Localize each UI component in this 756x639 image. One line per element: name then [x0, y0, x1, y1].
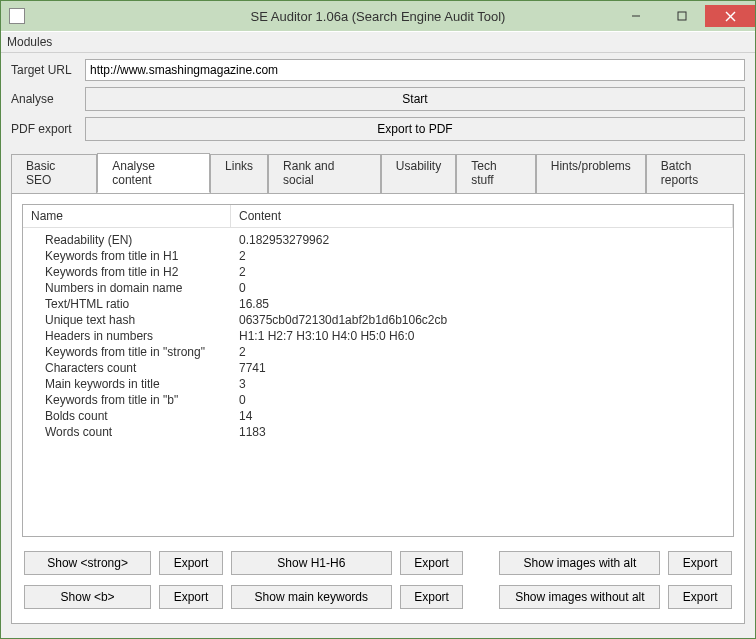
cell-name: Characters count	[23, 360, 231, 376]
table-row[interactable]: Keywords from title in "b"0	[23, 392, 733, 408]
analyse-row: Analyse Start	[11, 87, 745, 111]
table-row[interactable]: Keywords from title in H12	[23, 248, 733, 264]
show-images-without-alt-button[interactable]: Show images without alt	[499, 585, 660, 609]
cell-content: 0	[231, 392, 733, 408]
button-row-2: Show <b> Export Show main keywords Expor…	[24, 585, 732, 609]
results-table: Name Content Readability (EN)0.182953279…	[22, 204, 734, 537]
table-row[interactable]: Readability (EN)0.182953279962	[23, 232, 733, 248]
app-window: SE Auditor 1.06a (Search Engine Audit To…	[0, 0, 756, 639]
cell-content: 1183	[231, 424, 733, 440]
cell-content: 2	[231, 248, 733, 264]
target-url-input[interactable]	[85, 59, 745, 81]
table-row[interactable]: Bolds count14	[23, 408, 733, 424]
start-button[interactable]: Start	[85, 87, 745, 111]
table-row[interactable]: Keywords from title in "strong"2	[23, 344, 733, 360]
cell-name: Words count	[23, 424, 231, 440]
target-url-label: Target URL	[11, 63, 79, 77]
maximize-icon	[677, 11, 687, 21]
tabstrip: Basic SEO Analyse content Links Rank and…	[11, 153, 745, 193]
maximize-button[interactable]	[659, 5, 705, 27]
tab-basic-seo[interactable]: Basic SEO	[11, 154, 97, 194]
table-row[interactable]: Headers in numbersH1:1 H2:7 H3:10 H4:0 H…	[23, 328, 733, 344]
table-row[interactable]: Words count1183	[23, 424, 733, 440]
window-buttons	[613, 5, 755, 27]
show-h1-h6-button[interactable]: Show H1-H6	[231, 551, 392, 575]
cell-content: 16.85	[231, 296, 733, 312]
pdf-export-label: PDF export	[11, 122, 79, 136]
cell-name: Unique text hash	[23, 312, 231, 328]
tabpage-analyse-content: Name Content Readability (EN)0.182953279…	[11, 193, 745, 624]
cell-content: 14	[231, 408, 733, 424]
tab-hints-problems[interactable]: Hints/problems	[536, 154, 646, 194]
cell-name: Keywords from title in H2	[23, 264, 231, 280]
results-table-header: Name Content	[23, 205, 733, 228]
cell-name: Numbers in domain name	[23, 280, 231, 296]
menubar: Modules	[1, 31, 755, 53]
cell-name: Keywords from title in "b"	[23, 392, 231, 408]
tab-tech-stuff[interactable]: Tech stuff	[456, 154, 536, 194]
cell-content: 2	[231, 344, 733, 360]
cell-content: 06375cb0d72130d1abf2b1d6b106c2cb	[231, 312, 733, 328]
cell-name: Bolds count	[23, 408, 231, 424]
minimize-button[interactable]	[613, 5, 659, 27]
close-icon	[725, 11, 736, 22]
tab-rank-and-social[interactable]: Rank and social	[268, 154, 381, 194]
svg-rect-1	[678, 12, 686, 20]
export-pdf-button[interactable]: Export to PDF	[85, 117, 745, 141]
cell-name: Headers in numbers	[23, 328, 231, 344]
export-images-without-alt-button[interactable]: Export	[668, 585, 732, 609]
client-area: Target URL Analyse Start PDF export Expo…	[1, 53, 755, 638]
export-h1-h6-button[interactable]: Export	[400, 551, 464, 575]
cell-name: Keywords from title in "strong"	[23, 344, 231, 360]
app-icon	[9, 8, 25, 24]
cell-content: 0	[231, 280, 733, 296]
cell-name: Text/HTML ratio	[23, 296, 231, 312]
cell-name: Main keywords in title	[23, 376, 231, 392]
results-table-body: Readability (EN)0.182953279962Keywords f…	[23, 228, 733, 444]
titlebar: SE Auditor 1.06a (Search Engine Audit To…	[1, 1, 755, 31]
cell-name: Keywords from title in H1	[23, 248, 231, 264]
tab-analyse-content[interactable]: Analyse content	[97, 153, 210, 193]
button-row-1: Show <strong> Export Show H1-H6 Export S…	[24, 551, 732, 575]
table-row[interactable]: Unique text hash06375cb0d72130d1abf2b1d6…	[23, 312, 733, 328]
table-row[interactable]: Keywords from title in H22	[23, 264, 733, 280]
button-rows: Show <strong> Export Show H1-H6 Export S…	[22, 551, 734, 613]
minimize-icon	[631, 11, 641, 21]
export-main-keywords-button[interactable]: Export	[400, 585, 464, 609]
table-row[interactable]: Main keywords in title3	[23, 376, 733, 392]
show-main-keywords-button[interactable]: Show main keywords	[231, 585, 392, 609]
show-images-with-alt-button[interactable]: Show images with alt	[499, 551, 660, 575]
table-row[interactable]: Characters count7741	[23, 360, 733, 376]
close-button[interactable]	[705, 5, 755, 27]
column-header-content[interactable]: Content	[231, 205, 733, 227]
tab-links[interactable]: Links	[210, 154, 268, 194]
export-b-button[interactable]: Export	[159, 585, 223, 609]
cell-content: 2	[231, 264, 733, 280]
menu-modules[interactable]: Modules	[7, 35, 52, 49]
tab-batch-reports[interactable]: Batch reports	[646, 154, 745, 194]
export-images-with-alt-button[interactable]: Export	[668, 551, 732, 575]
tab-usability[interactable]: Usability	[381, 154, 456, 194]
show-b-button[interactable]: Show <b>	[24, 585, 151, 609]
cell-content: H1:1 H2:7 H3:10 H4:0 H5:0 H6:0	[231, 328, 733, 344]
pdf-export-row: PDF export Export to PDF	[11, 117, 745, 141]
cell-content: 3	[231, 376, 733, 392]
cell-content: 7741	[231, 360, 733, 376]
export-strong-button[interactable]: Export	[159, 551, 223, 575]
table-row[interactable]: Text/HTML ratio16.85	[23, 296, 733, 312]
show-strong-button[interactable]: Show <strong>	[24, 551, 151, 575]
cell-content: 0.182953279962	[231, 232, 733, 248]
table-row[interactable]: Numbers in domain name0	[23, 280, 733, 296]
cell-name: Readability (EN)	[23, 232, 231, 248]
target-url-row: Target URL	[11, 59, 745, 81]
column-header-name[interactable]: Name	[23, 205, 231, 227]
analyse-label: Analyse	[11, 92, 79, 106]
